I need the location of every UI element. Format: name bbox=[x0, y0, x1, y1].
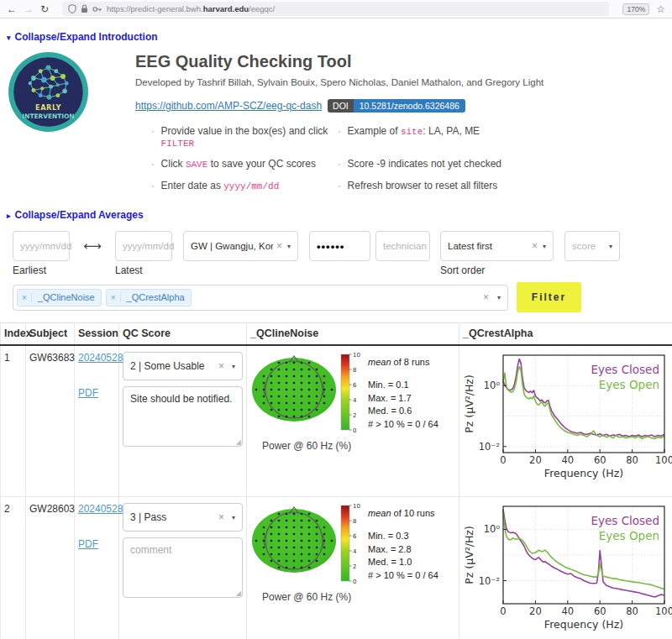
latest-date-input[interactable]: yyyy/mm/dd bbox=[115, 231, 172, 261]
doi-badge[interactable]: DOI 10.5281/zenodo.6326486 bbox=[328, 99, 465, 113]
chevron-down-icon: ▾ bbox=[543, 243, 546, 250]
topomap-60hz-power bbox=[250, 352, 339, 432]
technician-input[interactable]: technician bbox=[375, 231, 430, 261]
svg-text:80: 80 bbox=[626, 605, 638, 617]
power-spectrum-chart: 02040608010010⁰10⁻²Frequency (Hz)Pz (μV²… bbox=[463, 352, 672, 488]
comment-textarea[interactable]: Site should be notified. ◢ bbox=[123, 386, 243, 447]
table-row: 2 GW28603 20240528 PDF 3 | Pass × ▾ comm… bbox=[1, 497, 672, 639]
metric-tag[interactable]: × _QClineNoise bbox=[17, 289, 102, 306]
table-row: 1 GW63683 20240528 PDF 2 | Some Usable ×… bbox=[1, 345, 672, 497]
password-input[interactable]: •••••• bbox=[309, 231, 370, 261]
lock-icon[interactable] bbox=[81, 4, 88, 13]
sort-order-select[interactable]: Latest first × ▾ bbox=[440, 231, 554, 261]
svg-text:0: 0 bbox=[353, 579, 356, 584]
col-header-qcrestalpha: _QCrestAlpha bbox=[459, 323, 672, 346]
forward-icon[interactable]: → bbox=[24, 0, 34, 18]
clear-icon[interactable]: × bbox=[218, 511, 224, 523]
svg-text:0: 0 bbox=[500, 605, 506, 617]
chevron-down-icon: ▾ bbox=[232, 363, 235, 370]
permissions-key-icon[interactable] bbox=[92, 6, 102, 13]
browser-chrome: ← → ↻ https://predict-general.bwh.harvar… bbox=[0, 0, 672, 18]
svg-text:40: 40 bbox=[561, 454, 574, 466]
list-item: ◦Score -9 indicates not yet checked bbox=[338, 158, 543, 170]
chevron-down-icon: ▾ bbox=[232, 514, 235, 521]
resize-handle-icon[interactable]: ◢ bbox=[236, 589, 241, 597]
qc-results-table: Index Subject Session QC Score _QClineNo… bbox=[0, 322, 672, 639]
svg-text:4: 4 bbox=[353, 548, 357, 555]
collapse-expand-averages[interactable]: ▸Collapse/Expand Averages bbox=[7, 209, 665, 221]
qc-score-select[interactable]: 3 | Pass × ▾ bbox=[123, 503, 243, 532]
comment-textarea[interactable]: comment ◢ bbox=[123, 537, 243, 598]
session-link[interactable]: 20240528 bbox=[78, 352, 115, 364]
noise-stats: mean of 10 runs Min. = 0.3 Max. = 2.8 Me… bbox=[368, 503, 438, 582]
svg-text:Frequency (Hz): Frequency (Hz) bbox=[544, 618, 623, 631]
collapse-expand-introduction[interactable]: ▾Collapse/Expand Introduction bbox=[7, 31, 665, 43]
svg-text:10⁰: 10⁰ bbox=[484, 380, 501, 391]
metric-tag[interactable]: × _QCrestAlpha bbox=[106, 289, 192, 306]
svg-text:2: 2 bbox=[353, 563, 356, 570]
triangle-down-icon: ▾ bbox=[7, 34, 11, 42]
reload-icon[interactable]: ↻ bbox=[40, 0, 49, 18]
svg-text:Pz (μV²/Hz): Pz (μV²/Hz) bbox=[463, 526, 475, 584]
metrics-multiselect[interactable]: × _QClineNoise × _QCrestAlpha × ▾ bbox=[13, 285, 508, 311]
svg-text:10: 10 bbox=[353, 352, 360, 359]
clear-icon[interactable]: × bbox=[218, 360, 224, 372]
logo-text-intervention: INTERVENTION bbox=[22, 113, 74, 120]
svg-text:60: 60 bbox=[594, 454, 606, 466]
svg-text:Frequency (Hz): Frequency (Hz) bbox=[544, 467, 623, 479]
remove-tag-icon[interactable]: × bbox=[18, 293, 32, 302]
back-icon[interactable]: ← bbox=[7, 0, 17, 18]
list-item: ◦Enter date as yyyy/mm/dd bbox=[151, 180, 338, 192]
pdf-link[interactable]: PDF bbox=[78, 538, 115, 550]
remove-tag-icon[interactable]: × bbox=[107, 293, 121, 302]
filter-button[interactable]: Filter bbox=[517, 282, 581, 312]
list-item: ◦Provide value in the box(es) and click … bbox=[151, 125, 338, 149]
svg-text:0: 0 bbox=[500, 454, 506, 466]
list-item: ◦Example of site: LA, PA, ME bbox=[338, 125, 543, 149]
session-link[interactable]: 20240528 bbox=[78, 503, 115, 515]
colorbar: 0246810 bbox=[340, 352, 365, 432]
svg-text:10⁻²: 10⁻² bbox=[479, 441, 500, 453]
logo-text-early: EARLY bbox=[35, 103, 61, 112]
pdf-link[interactable]: PDF bbox=[78, 387, 115, 399]
earliest-date-input[interactable]: yyyy/mm/dd bbox=[13, 231, 70, 261]
svg-text:Eyes Open: Eyes Open bbox=[599, 529, 659, 542]
svg-text:20: 20 bbox=[529, 605, 542, 617]
svg-text:100: 100 bbox=[655, 605, 672, 617]
clear-icon[interactable]: × bbox=[276, 240, 282, 252]
qc-score-select[interactable]: 2 | Some Usable × ▾ bbox=[123, 352, 243, 380]
svg-text:10: 10 bbox=[353, 503, 360, 510]
github-repo-link[interactable]: https://github.com/AMP-SCZ/eeg-qc-dash bbox=[135, 100, 322, 112]
svg-text:10⁰: 10⁰ bbox=[484, 523, 501, 535]
svg-text:Eyes Closed: Eyes Closed bbox=[591, 363, 660, 376]
svg-text:Eyes Closed: Eyes Closed bbox=[591, 514, 660, 527]
page-title: EEG Quality Checking Tool bbox=[135, 52, 543, 71]
doi-label: DOI bbox=[328, 99, 354, 113]
noise-stats: mean of 8 runs Min. = 0.1 Max. = 1.7 Med… bbox=[368, 352, 438, 431]
bookmark-star-icon[interactable]: ☆ bbox=[656, 3, 665, 15]
chevron-down-icon: ▾ bbox=[609, 243, 612, 250]
clear-icon[interactable]: × bbox=[483, 291, 489, 303]
address-bar[interactable]: https://predict-general.bwh.harvard.edu/… bbox=[62, 2, 609, 16]
svg-text:Eyes Open: Eyes Open bbox=[599, 378, 659, 391]
url-text: https://predict-general.bwh.harvard.edu/… bbox=[107, 4, 275, 13]
zoom-level-badge[interactable]: 170% bbox=[622, 3, 649, 15]
clear-icon[interactable]: × bbox=[532, 240, 538, 252]
resize-handle-icon[interactable]: ◢ bbox=[236, 438, 241, 446]
chevron-down-icon: ▾ bbox=[497, 294, 501, 301]
svg-text:8: 8 bbox=[353, 367, 356, 374]
svg-text:6: 6 bbox=[353, 533, 357, 540]
svg-text:2: 2 bbox=[353, 412, 356, 419]
bullet-icon: ◦ bbox=[338, 125, 341, 149]
site-select[interactable]: GW | Gwangju, Korea × ▾ bbox=[183, 231, 298, 261]
shield-icon[interactable] bbox=[68, 4, 76, 13]
svg-text:8: 8 bbox=[353, 518, 356, 525]
svg-text:0: 0 bbox=[353, 427, 356, 433]
svg-text:60: 60 bbox=[594, 605, 606, 617]
sort-order-label: Sort order bbox=[440, 265, 554, 276]
score-select[interactable]: score ▾ bbox=[564, 231, 620, 261]
svg-text:4: 4 bbox=[353, 397, 357, 404]
filter-controls: yyyy/mm/dd Earliest ⟷ yyyy/mm/dd Latest … bbox=[7, 231, 665, 276]
topomap-60hz-power bbox=[250, 503, 339, 583]
date-range-arrow-icon: ⟷ bbox=[70, 231, 115, 261]
